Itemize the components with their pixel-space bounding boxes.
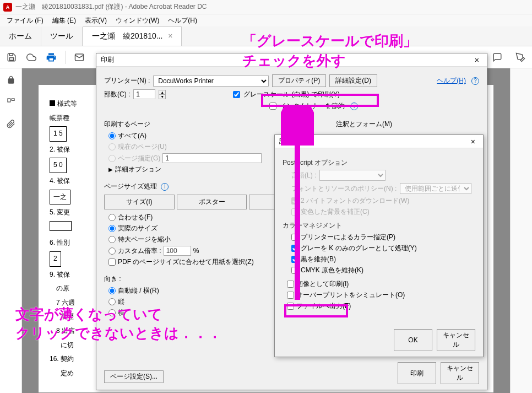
sign-icon[interactable] xyxy=(514,51,526,63)
printer-color-label: プリンターによるカラー指定(P) xyxy=(301,233,395,242)
ink-saver-label: インク / トナーを節約 xyxy=(280,101,345,111)
copies-input[interactable] xyxy=(133,89,155,99)
ok-button[interactable]: OK xyxy=(394,329,432,351)
pages-more-label[interactable]: 詳細オプション xyxy=(115,165,161,174)
pages-range-radio xyxy=(108,155,116,162)
custom-radio[interactable] xyxy=(108,247,116,255)
doc-cell: 2 xyxy=(50,251,61,267)
custom-unit: % xyxy=(193,247,199,255)
doc-text: 様式等 xyxy=(57,100,77,107)
help-icon[interactable]: i xyxy=(161,183,169,191)
to-file-checkbox[interactable] xyxy=(287,303,294,310)
doc-text: 定め xyxy=(61,369,74,377)
tab-close-icon[interactable]: × xyxy=(168,31,172,40)
tab-document[interactable]: 一之瀬 綾201810... × xyxy=(83,26,182,46)
tab-tools[interactable]: ツール xyxy=(41,27,83,46)
to-file-label: ファイルへ出力(F) xyxy=(296,302,351,311)
custom-scale-input xyxy=(164,246,191,256)
properties-button[interactable]: プロパティ(P) xyxy=(272,74,326,87)
pages-current-radio xyxy=(108,143,116,150)
gray-k-checkbox[interactable] xyxy=(291,245,298,252)
advanced-dialog-title: 詳細 xyxy=(279,137,292,146)
page-setup-button[interactable]: ページ設定(S)... xyxy=(104,370,164,383)
menu-edit[interactable]: 編集 (E) xyxy=(48,15,80,26)
titlebar: A 一之瀬 綾201810031831.pdf (保護) - Adobe Acr… xyxy=(0,0,532,14)
menu-view[interactable]: 表示(V) xyxy=(80,15,111,26)
doc-cell: 1 5 xyxy=(50,126,67,142)
gray-k-label: グレーを K のみのグレーとして処理(Y) xyxy=(301,244,417,253)
advanced-dialog-titlebar[interactable]: 詳細 × xyxy=(275,135,483,148)
orient-landscape-radio[interactable] xyxy=(108,309,116,316)
svg-rect-3 xyxy=(8,99,10,102)
orient-portrait-radio[interactable] xyxy=(108,298,116,305)
save-icon[interactable] xyxy=(6,51,18,63)
lang-select xyxy=(319,170,386,181)
print-dialog-titlebar[interactable]: 印刷 × xyxy=(96,53,487,67)
print-as-image-checkbox[interactable] xyxy=(287,281,294,288)
shrink-radio[interactable] xyxy=(108,236,116,243)
thumbnails-icon[interactable] xyxy=(5,96,17,108)
cloud-icon[interactable] xyxy=(25,51,37,63)
pages-range-input[interactable] xyxy=(162,153,262,163)
fit-radio[interactable] xyxy=(108,214,116,221)
copies-down[interactable]: ▼ xyxy=(159,95,165,99)
orient-auto-radio[interactable] xyxy=(108,287,116,294)
right-sidebar xyxy=(510,68,532,393)
lang-label: 言語(L) : xyxy=(291,171,316,180)
doc-text: 帳票種 xyxy=(50,114,69,122)
menubar: ファイル (F) 編集 (E) 表示(V) ウィンドウ(W) ヘルプ(H) xyxy=(0,14,532,26)
grayscale-checkbox[interactable] xyxy=(233,91,240,98)
cancel-button[interactable]: キャンセル xyxy=(441,362,479,384)
ink-saver-checkbox[interactable] xyxy=(269,103,276,110)
help-icon[interactable]: ? xyxy=(471,77,479,85)
comment-icon[interactable] xyxy=(491,51,503,63)
close-icon[interactable]: × xyxy=(468,137,479,146)
tabbar: ホーム ツール 一之瀬 綾201810... × xyxy=(0,26,532,46)
left-sidebar xyxy=(0,68,22,393)
shrink-label: 特大ページを縮小 xyxy=(118,235,171,244)
printer-color-checkbox[interactable] xyxy=(291,234,298,241)
orient-auto-label: 自動縦 / 横(R) xyxy=(118,286,159,295)
custom-label: カスタム倍率 : xyxy=(118,246,161,256)
overprint-checkbox[interactable] xyxy=(287,292,294,299)
color-title: カラーマネジメント xyxy=(283,221,475,230)
printer-select[interactable]: DocuWorks Printer xyxy=(153,76,269,87)
orient-portrait-label: 縦 xyxy=(118,297,124,306)
print-icon[interactable] xyxy=(45,51,57,63)
help-icon[interactable]: i xyxy=(350,103,358,110)
svg-rect-0 xyxy=(9,57,14,60)
lock-icon[interactable] xyxy=(5,74,17,86)
attachment-icon[interactable] xyxy=(5,118,17,130)
print-button[interactable]: 印刷 xyxy=(398,362,436,384)
keep-black-checkbox[interactable] xyxy=(291,256,298,263)
orient-landscape-label: 横 xyxy=(118,308,124,317)
copies-up[interactable]: ▲ xyxy=(159,90,165,95)
toolbar-separator xyxy=(65,51,66,64)
doc-text: 履歴 xyxy=(61,313,74,320)
menu-window[interactable]: ウィンドウ(W) xyxy=(111,15,164,26)
help-link[interactable]: ヘルプ(H) xyxy=(437,76,466,85)
actual-radio[interactable] xyxy=(108,225,116,232)
tab-size[interactable]: サイズ(I) xyxy=(104,195,175,209)
cancel-button[interactable]: キャンセル xyxy=(437,329,475,351)
ps-title: PostScript オプション xyxy=(283,158,475,168)
dl-font-label: 2 バイトフォントのダウンロード(W) xyxy=(301,196,409,206)
tab-home[interactable]: ホーム xyxy=(0,27,41,46)
svg-rect-4 xyxy=(12,99,14,100)
print-dialog-title: 印刷 xyxy=(101,55,114,64)
paper-source-checkbox[interactable] xyxy=(108,259,116,266)
menu-help[interactable]: ヘルプ(H) xyxy=(164,15,202,26)
doc-text: の原 xyxy=(56,284,69,292)
menu-file[interactable]: ファイル (F) xyxy=(2,15,48,26)
font-policy-select: 使用範囲ごとに送信 xyxy=(400,183,471,194)
tab-poster[interactable]: ポスター xyxy=(177,195,247,209)
mail-icon[interactable] xyxy=(73,51,85,63)
keep-cmyk-checkbox[interactable] xyxy=(291,267,298,274)
doc-text: 6. 性別 xyxy=(50,239,70,246)
advanced-button[interactable]: 詳細設定(D) xyxy=(329,74,377,87)
close-icon[interactable]: × xyxy=(471,56,482,64)
paper-source-label: PDF のページサイズに合わせて用紙を選択(Z) xyxy=(118,257,254,267)
font-policy-label: フォントとリソースのポリシー(N) : xyxy=(291,184,397,193)
doc-text: 5. 変更 xyxy=(50,208,70,216)
pages-all-radio[interactable] xyxy=(108,132,116,139)
